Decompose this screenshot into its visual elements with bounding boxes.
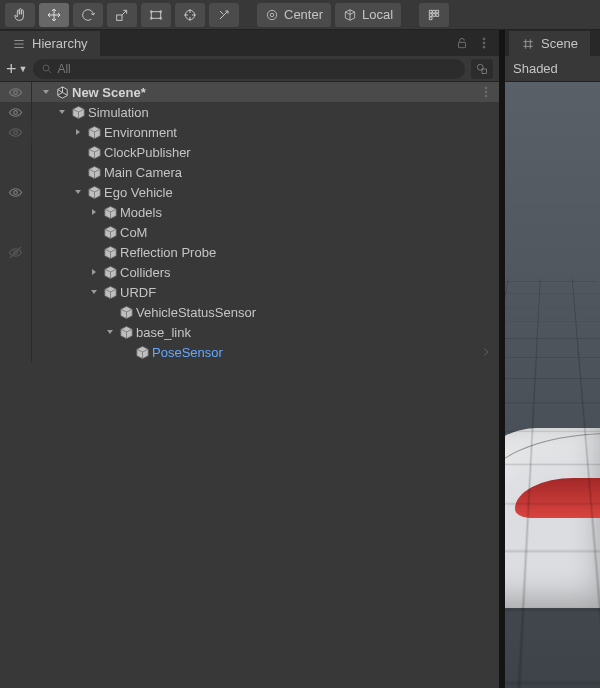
visibility-toggle[interactable] xyxy=(0,102,32,122)
tree-row-com[interactable]: CoM xyxy=(0,222,499,242)
scene-shading-dropdown[interactable]: Shaded xyxy=(513,61,558,76)
combined-transform-icon xyxy=(182,7,198,23)
rotate-tool-button[interactable] xyxy=(73,3,103,27)
cube-icon xyxy=(343,8,357,22)
tree-item-label: New Scene* xyxy=(72,85,146,100)
expand-arrow[interactable] xyxy=(40,82,52,102)
visibility-toggle[interactable] xyxy=(0,142,32,162)
tree-row-env[interactable]: Environment xyxy=(0,122,499,142)
visibility-toggle[interactable] xyxy=(0,242,32,262)
visibility-toggle[interactable] xyxy=(0,162,32,182)
tree-row-sim[interactable]: Simulation xyxy=(0,102,499,122)
tree-row-scene[interactable]: New Scene* xyxy=(0,82,499,102)
expand-arrow[interactable] xyxy=(72,122,84,142)
pivot-mode-button[interactable]: Center xyxy=(257,3,331,27)
tree-row-vss[interactable]: VehicleStatusSensor xyxy=(0,302,499,322)
visibility-toggle[interactable] xyxy=(0,262,32,282)
tree-item-label: base_link xyxy=(136,325,191,340)
tree-row-cam[interactable]: Main Camera xyxy=(0,162,499,182)
gameobject-cube-icon xyxy=(86,164,102,180)
scale-icon xyxy=(114,7,130,23)
transform-tool-button[interactable] xyxy=(175,3,205,27)
gameobject-cube-icon xyxy=(86,144,102,160)
dropdown-caret-icon: ▼ xyxy=(19,64,28,74)
lock-icon[interactable] xyxy=(455,36,469,50)
svg-point-11 xyxy=(483,42,485,44)
gameobject-cube-icon xyxy=(102,244,118,260)
viewport-grid xyxy=(505,82,600,279)
tree-item-label: ClockPublisher xyxy=(104,145,191,160)
grid-snap-button[interactable] xyxy=(419,3,449,27)
tree-row-clock[interactable]: ClockPublisher xyxy=(0,142,499,162)
svg-rect-15 xyxy=(482,69,487,74)
tree-row-models[interactable]: Models xyxy=(0,202,499,222)
custom-tools-button[interactable] xyxy=(209,3,239,27)
tree-row-base[interactable]: base_link xyxy=(0,322,499,342)
visibility-toggle[interactable] xyxy=(0,322,32,342)
svg-point-17 xyxy=(485,91,487,93)
hierarchy-panel: Hierarchy + ▼ New Scene*SimulationEnviro… xyxy=(0,30,500,688)
visibility-toggle[interactable] xyxy=(0,282,32,302)
hierarchy-tab[interactable]: Hierarchy xyxy=(0,30,100,56)
search-input[interactable] xyxy=(57,62,457,76)
hierarchy-search[interactable] xyxy=(33,59,465,79)
hand-icon xyxy=(12,7,28,23)
hierarchy-tree[interactable]: New Scene*SimulationEnvironmentClockPubl… xyxy=(0,82,499,688)
tree-item-label: PoseSensor xyxy=(152,345,223,360)
pivot-mode-label: Center xyxy=(284,7,323,22)
visibility-toggle[interactable] xyxy=(0,122,32,142)
gameobject-cube-icon xyxy=(118,324,134,340)
svg-rect-0 xyxy=(117,15,122,20)
svg-point-16 xyxy=(485,87,487,89)
rect-icon xyxy=(148,7,164,23)
gameobject-cube-icon xyxy=(102,224,118,240)
pivot-rotation-button[interactable]: Local xyxy=(335,3,401,27)
tree-row-pose[interactable]: PoseSensor xyxy=(0,342,499,362)
visibility-toggle[interactable] xyxy=(0,182,32,202)
unity-logo-icon xyxy=(54,84,70,100)
visibility-toggle[interactable] xyxy=(0,302,32,322)
search-by-type-button[interactable] xyxy=(471,59,493,79)
scene-tab[interactable]: Scene xyxy=(509,30,590,56)
expand-arrow[interactable] xyxy=(88,262,100,282)
visibility-toggle[interactable] xyxy=(0,342,32,362)
visibility-toggle[interactable] xyxy=(0,202,32,222)
tree-item-label: Models xyxy=(120,205,162,220)
hand-tool-button[interactable] xyxy=(5,3,35,27)
tree-item-label: Environment xyxy=(104,125,177,140)
gameobject-cube-icon xyxy=(118,304,134,320)
create-button[interactable]: + ▼ xyxy=(6,62,27,76)
svg-rect-1 xyxy=(151,11,160,18)
scene-viewport[interactable] xyxy=(505,82,600,688)
expand-arrow[interactable] xyxy=(104,322,116,342)
tree-row-ego[interactable]: Ego Vehicle xyxy=(0,182,499,202)
visibility-toggle[interactable] xyxy=(0,222,32,242)
hierarchy-tab-row: Hierarchy xyxy=(0,30,499,56)
tree-item-label: CoM xyxy=(120,225,147,240)
scene-context-menu[interactable] xyxy=(479,85,493,99)
expand-arrow[interactable] xyxy=(56,102,68,122)
move-tool-button[interactable] xyxy=(39,3,69,27)
expand-arrow[interactable] xyxy=(88,282,100,302)
filter-type-icon xyxy=(475,62,489,76)
gameobject-cube-icon xyxy=(134,344,150,360)
chevron-right-icon xyxy=(479,345,493,359)
scene-panel: Scene Shaded xyxy=(505,30,600,688)
tree-item-label: Colliders xyxy=(120,265,171,280)
tree-row-refl[interactable]: Reflection Probe xyxy=(0,242,499,262)
scale-tool-button[interactable] xyxy=(107,3,137,27)
rect-tool-button[interactable] xyxy=(141,3,171,27)
svg-point-7 xyxy=(270,13,274,17)
kebab-icon[interactable] xyxy=(477,36,491,50)
tree-item-label: Reflection Probe xyxy=(120,245,216,260)
visibility-toggle[interactable] xyxy=(0,82,32,102)
tree-row-urdf[interactable]: URDF xyxy=(0,282,499,302)
main-toolbar: Center Local xyxy=(0,0,600,30)
tree-row-coll[interactable]: Colliders xyxy=(0,262,499,282)
expand-arrow[interactable] xyxy=(88,202,100,222)
expand-arrow[interactable] xyxy=(72,182,84,202)
hierarchy-toolbar: + ▼ xyxy=(0,56,499,82)
transform-tool-group xyxy=(5,3,239,27)
pivot-group: Center Local xyxy=(257,3,401,27)
hierarchy-icon xyxy=(12,37,26,51)
